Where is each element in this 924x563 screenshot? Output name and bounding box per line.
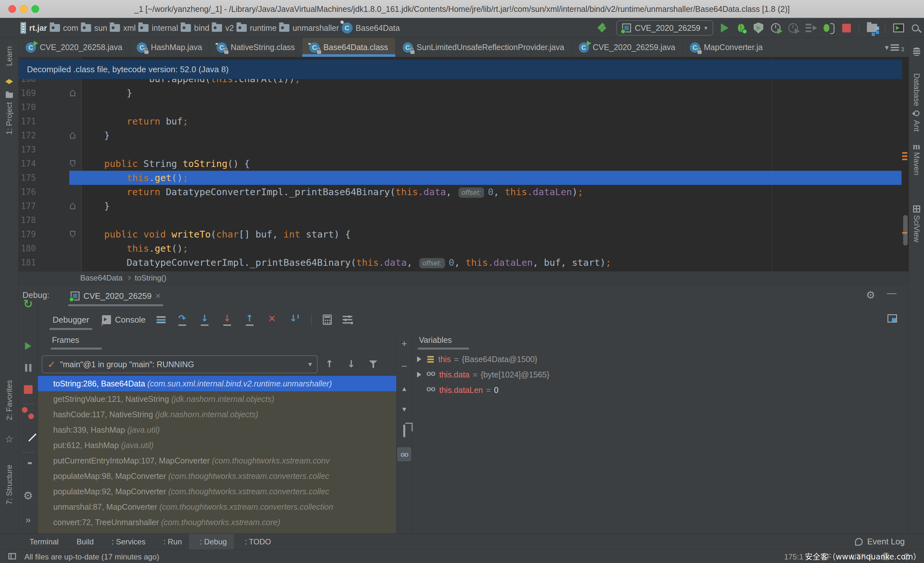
- run-anything-button[interactable]: [893, 23, 904, 32]
- event-log-button[interactable]: Event Log: [855, 537, 924, 546]
- stop-icon[interactable]: [24, 385, 32, 394]
- editor-tab[interactable]: SunLimitedUnsafeReflectionProvider.java: [396, 38, 572, 57]
- editor[interactable]: 168 buf.append(this.charAt(i)); 169: [19, 57, 909, 271]
- hide-panel-icon[interactable]: —: [887, 288, 896, 299]
- variable-row[interactable]: this.data = {byte[1024]@1565}: [412, 367, 909, 382]
- stack-frame-row[interactable]: put:612, HashMap (java.util): [38, 437, 396, 453]
- drop-frame-icon[interactable]: ×: [266, 314, 278, 326]
- stripe-learn[interactable]: Learn: [5, 46, 14, 66]
- sciview-icon[interactable]: [913, 206, 920, 213]
- coverage-button[interactable]: [754, 23, 763, 33]
- step-out-icon[interactable]: ↑: [244, 314, 255, 326]
- move-down-button[interactable]: ▼: [397, 403, 411, 417]
- line-number[interactable]: 171: [21, 117, 36, 126]
- editor-tab[interactable]: Base64Data.class: [302, 38, 396, 57]
- breadcrumb-item[interactable]: bind: [181, 23, 210, 33]
- search-everywhere-button[interactable]: [912, 24, 919, 32]
- expand-arrow-icon[interactable]: [417, 356, 421, 362]
- breadcrumb-item[interactable]: internal: [138, 23, 179, 33]
- hidden-tabs-dropdown[interactable]: ▾ 3: [880, 38, 909, 57]
- code-pane[interactable]: 168 buf.append(this.charAt(i)); 169: [19, 57, 909, 271]
- zoom-window-button[interactable]: [32, 5, 39, 13]
- breadcrumb-item[interactable]: Base64Data: [342, 23, 401, 33]
- tool-window-button[interactable]: : Debug: [189, 534, 234, 549]
- fold-marker[interactable]: [70, 203, 75, 209]
- stack-frame-row[interactable]: hash:339, HashMap (java.util): [38, 422, 396, 437]
- attach-debugger-button[interactable]: [823, 23, 834, 33]
- tab-debugger[interactable]: Debugger: [51, 315, 91, 325]
- debug-session-tab[interactable]: CVE_2020_26259 ×: [66, 288, 165, 304]
- line-number[interactable]: 174: [21, 159, 36, 168]
- line-number[interactable]: 181: [21, 258, 36, 267]
- caret-position[interactable]: 175:1: [784, 552, 803, 561]
- line-number[interactable]: 178: [21, 215, 36, 225]
- remove-watch-button[interactable]: −: [397, 360, 411, 374]
- close-window-button[interactable]: [8, 5, 16, 13]
- run-config-select[interactable]: CVE_2020_26259 ▾: [616, 20, 713, 36]
- debug-settings-icon[interactable]: ⚙: [23, 489, 33, 502]
- line-number[interactable]: 172: [21, 131, 36, 140]
- editor-tab[interactable]: CVE_2020_26258.java: [19, 38, 130, 57]
- force-step-into-icon[interactable]: ↓: [221, 314, 233, 326]
- thread-select[interactable]: ✓ "main"@1 in group "main": RUNNING ▾: [42, 355, 318, 373]
- frames-title[interactable]: Frames: [38, 332, 396, 350]
- line-number[interactable]: 175: [21, 173, 36, 183]
- breadcrumb-item[interactable]: sun: [81, 23, 108, 33]
- fold-marker[interactable]: [70, 231, 75, 237]
- stack-frame-row[interactable]: putCurrentEntryIntoMap:107, MapConverter…: [38, 453, 396, 468]
- settings-sliders-icon[interactable]: [343, 316, 352, 324]
- stack-frame-row[interactable]: hashCode:117, NativeString (jdk.nashorn.…: [38, 407, 396, 422]
- breadcrumb-class[interactable]: Base64Data: [80, 273, 123, 282]
- variable-row[interactable]: this = {Base64Data@1500}: [412, 351, 909, 367]
- ant-icon[interactable]: [914, 110, 920, 116]
- stripe-sciview[interactable]: SciView: [912, 215, 921, 242]
- breadcrumb-item[interactable]: unmarshaller: [279, 23, 340, 33]
- stripe-project[interactable]: 1: Project: [5, 102, 14, 135]
- profiler-button[interactable]: [771, 23, 781, 33]
- restore-layout-icon[interactable]: [887, 314, 897, 323]
- show-watches-button[interactable]: oo: [397, 447, 411, 461]
- evaluate-expression-icon[interactable]: [323, 315, 332, 325]
- fold-marker[interactable]: [70, 160, 75, 167]
- fold-marker[interactable]: [70, 132, 75, 139]
- variables-title[interactable]: Variables: [412, 332, 909, 350]
- breadcrumb-item[interactable]: runtime: [237, 23, 278, 33]
- tool-window-button[interactable]: Terminal: [19, 534, 66, 549]
- build-project-button[interactable]: [597, 22, 609, 34]
- stack-frame-row[interactable]: unmarshal:87, MapConverter (com.thoughtw…: [38, 499, 396, 515]
- rerun-icon[interactable]: ↻: [23, 297, 33, 311]
- close-icon[interactable]: ×: [156, 291, 161, 301]
- breadcrumb-item[interactable]: com: [50, 23, 80, 33]
- expand-arrow-icon[interactable]: [417, 372, 421, 377]
- step-over-icon[interactable]: ↷: [177, 314, 188, 326]
- line-number[interactable]: 179: [21, 230, 36, 239]
- stack-frame-row[interactable]: populateMap:92, MapConverter (com.though…: [38, 484, 396, 499]
- line-number[interactable]: 180: [21, 244, 36, 253]
- line-number[interactable]: 173: [21, 145, 36, 155]
- line-number[interactable]: 177: [21, 201, 36, 211]
- editor-tab[interactable]: CVE_2020_26259.java: [572, 38, 683, 57]
- resume-icon[interactable]: [25, 342, 32, 350]
- tool-window-toggle-icon[interactable]: [8, 553, 16, 560]
- show-execution-point-icon[interactable]: [157, 316, 165, 323]
- stripe-database[interactable]: Database: [912, 73, 921, 106]
- variable-row[interactable]: this.dataLen = 0: [412, 382, 909, 398]
- breadcrumb-method[interactable]: toString(): [135, 273, 166, 282]
- run-to-cursor-icon[interactable]: ↓ᴵ: [289, 314, 300, 326]
- editor-tab[interactable]: HashMap.java: [130, 38, 210, 57]
- more-actions-icon[interactable]: »: [26, 514, 31, 525]
- duplicate-watch-button[interactable]: [397, 425, 411, 439]
- breadcrumb-item[interactable]: xml: [110, 23, 137, 33]
- line-number[interactable]: 169: [21, 88, 36, 98]
- tool-window-button[interactable]: : Run: [152, 534, 189, 549]
- tool-window-button[interactable]: Build: [66, 534, 101, 549]
- stack-frame-row[interactable]: getStringValue:121, NativeString (jdk.na…: [38, 391, 396, 407]
- line-number[interactable]: 170: [21, 102, 36, 112]
- favorites-star-icon[interactable]: ☆: [5, 433, 14, 444]
- stack-frame-row[interactable]: convert:72, TreeUnmarshaller (com.though…: [38, 515, 396, 530]
- learn-icon[interactable]: [6, 79, 13, 84]
- filter-icon[interactable]: [369, 360, 377, 368]
- breadcrumb-item[interactable]: v2: [212, 23, 235, 33]
- line-number[interactable]: 176: [21, 187, 36, 197]
- fold-marker[interactable]: [70, 90, 75, 96]
